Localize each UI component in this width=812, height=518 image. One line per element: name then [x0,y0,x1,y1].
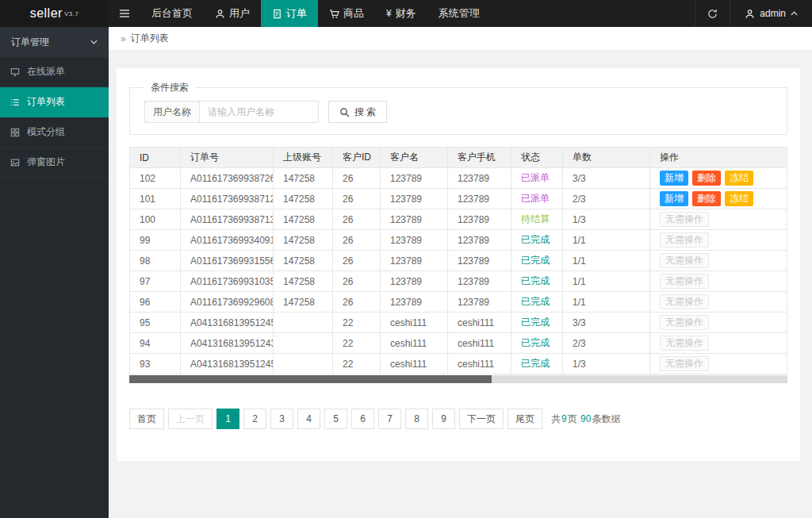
column-header: 单数 [563,148,650,168]
cell-customer_id: 22 [333,354,381,374]
cell-parent_account: 147258 [274,209,333,230]
cell-customer_phone: ceshi111 [448,354,511,374]
table-row: 100A011617369938713381472582612378912378… [130,209,787,230]
topbar: sellerV3.7 后台首页用户订单商品¥财务系统管理 admin [0,0,812,27]
cell-order_no: A01161736993872636 [181,168,274,189]
sidebar-item[interactable]: 模式分组 [0,117,109,148]
action-add-button[interactable]: 新增 [660,191,688,207]
cell-status: 已完成 [511,354,563,374]
cell-id: 96 [130,292,181,313]
cell-customer_id: 26 [333,168,381,189]
cell-customer_phone: ceshi111 [448,313,511,333]
column-header: 客户ID [333,148,381,168]
search-button[interactable]: 搜 索 [328,101,387,123]
table-row: 95A0413168139512459822ceshi111ceshi111已完… [130,313,787,333]
pagination-summary: 共9页 90条数据 [551,412,620,426]
table-row: 102A011617369938726361472582612378912378… [130,168,787,189]
sidebar-item-label: 订单列表 [27,95,65,109]
pagination-page-button[interactable]: 4 [297,409,320,429]
top-nav-item[interactable]: 系统管理 [427,0,491,27]
cell-id: 95 [130,313,181,333]
cell-actions: 无需操作 [650,271,787,292]
action-none-button: 无需操作 [660,253,709,269]
pagination: 首页上一页123456789下一页尾页共9页 90条数据 [129,409,787,429]
table-header-row: ID订单号上级账号客户ID客户名客户手机状态单数操作 [130,148,787,168]
pagination-prev-button: 上一页 [168,409,213,429]
action-del-button[interactable]: 删除 [692,191,721,207]
pagination-first-button[interactable]: 首页 [129,409,164,429]
sidebar-group-orders[interactable]: 订单管理 [0,27,109,57]
pagination-page-button[interactable]: 5 [324,409,347,429]
cell-actions: 无需操作 [650,292,787,313]
top-nav-item[interactable]: 订单 [261,0,318,27]
pagination-page-button[interactable]: 1 [216,409,239,429]
cell-count: 1/1 [563,271,650,292]
pagination-next-button[interactable]: 下一页 [459,409,504,429]
action-del-button[interactable]: 删除 [692,171,721,186]
search-icon [339,107,350,117]
cell-count: 2/3 [563,333,650,354]
username-label: 用户名称 [144,101,200,123]
username-input[interactable] [200,101,319,123]
table-row: 94A0413168139512431222ceshi111ceshi111已完… [130,333,787,354]
action-none-button: 无需操作 [660,336,709,351]
status-text: 已完成 [521,234,550,245]
sidebar: 订单管理 在线派单订单列表模式分组弹窗图片 [0,27,109,518]
cell-count: 1/3 [563,354,650,374]
cell-id: 102 [130,168,181,189]
sidebar-item[interactable]: 订单列表 [0,87,109,117]
user-icon [745,9,755,19]
pagination-last-button[interactable]: 尾页 [508,409,542,429]
caret-up-icon [791,11,798,16]
action-none-button: 无需操作 [660,294,709,310]
pagination-page-button[interactable]: 9 [432,409,455,429]
sidebar-toggle-button[interactable] [109,0,140,27]
status-text: 待结算 [521,213,550,224]
cell-status: 已完成 [511,251,563,271]
cell-status: 已完成 [511,313,563,333]
pagination-page-button[interactable]: 2 [243,409,266,429]
status-text: 已完成 [521,358,550,369]
cell-customer_id: 26 [333,230,381,251]
cell-count: 3/3 [563,168,650,189]
action-none-button: 无需操作 [660,274,709,290]
main: » 订单列表 条件搜索 用户名称 搜 索 [109,27,812,518]
sidebar-item[interactable]: 弹窗图片 [0,148,109,178]
search-legend: 条件搜索 [144,81,195,94]
admin-menu[interactable]: admin [730,0,812,27]
refresh-button[interactable] [695,0,730,27]
table-row: 93A0413168139512451722ceshi111ceshi111已完… [130,354,787,374]
cell-status: 已派单 [511,189,563,209]
top-nav-item[interactable]: ¥财务 [375,0,427,27]
action-freeze-button[interactable]: 冻结 [725,191,753,207]
sidebar-item[interactable]: 在线派单 [0,57,109,87]
cell-order_no: A04131681395124598 [181,313,274,333]
sidebar-item-label: 弹窗图片 [27,155,65,169]
sidebar-group-label: 订单管理 [11,36,49,49]
top-nav-item[interactable]: 用户 [204,0,261,27]
cell-actions: 无需操作 [650,230,787,251]
scrollbar-thumb[interactable] [129,375,492,383]
horizontal-scrollbar[interactable] [129,375,787,383]
cell-customer_name: 123789 [381,271,448,292]
action-add-button[interactable]: 新增 [660,171,688,186]
pagination-page-button[interactable]: 7 [378,409,401,429]
pagination-page-button[interactable]: 3 [270,409,293,429]
cell-status: 待结算 [511,209,563,230]
action-freeze-button[interactable]: 冻结 [725,171,753,186]
sidebar-item-label: 在线派单 [27,65,65,79]
top-nav-item[interactable]: 商品 [318,0,375,27]
cell-id: 99 [130,230,181,251]
cell-id: 100 [130,209,181,230]
pagination-page-button[interactable]: 8 [405,409,428,429]
cell-customer_name: ceshi111 [381,333,448,354]
table-row: 98A0116173699315562814725826123789123789… [130,251,787,271]
cell-customer_name: 123789 [381,168,448,189]
column-header: 上级账号 [274,148,333,168]
cell-status: 已派单 [511,168,563,189]
pagination-page-button[interactable]: 6 [351,409,374,429]
status-text: 已完成 [521,255,550,266]
breadcrumb: » 订单列表 [109,27,812,51]
cell-count: 1/1 [563,251,650,271]
top-nav-item[interactable]: 后台首页 [140,0,204,27]
